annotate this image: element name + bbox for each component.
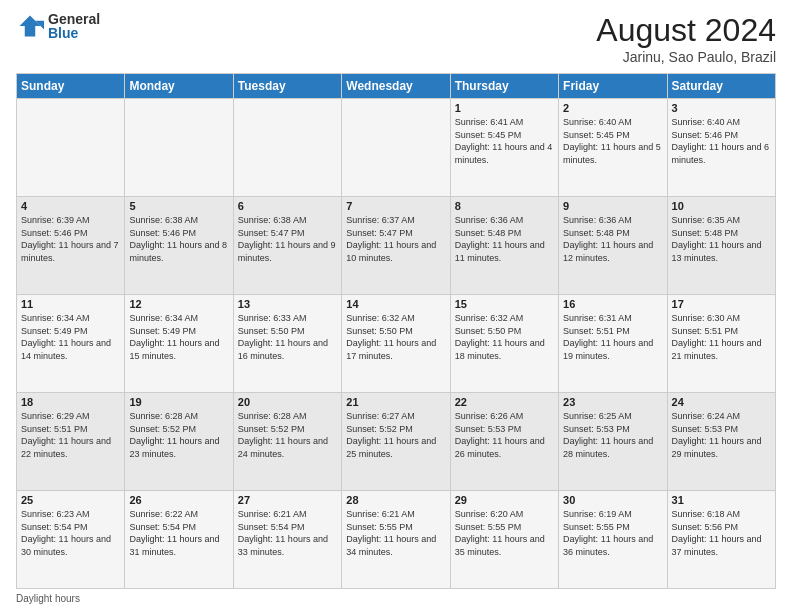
day-number: 19 bbox=[129, 396, 228, 408]
day-info: Sunrise: 6:33 AM Sunset: 5:50 PM Dayligh… bbox=[238, 312, 337, 362]
calendar-cell: 15Sunrise: 6:32 AM Sunset: 5:50 PM Dayli… bbox=[450, 295, 558, 393]
col-thursday: Thursday bbox=[450, 74, 558, 99]
day-number: 11 bbox=[21, 298, 120, 310]
main-title: August 2024 bbox=[596, 12, 776, 49]
calendar-cell: 30Sunrise: 6:19 AM Sunset: 5:55 PM Dayli… bbox=[559, 491, 667, 589]
calendar-cell: 6Sunrise: 6:38 AM Sunset: 5:47 PM Daylig… bbox=[233, 197, 341, 295]
calendar-week-3: 11Sunrise: 6:34 AM Sunset: 5:49 PM Dayli… bbox=[17, 295, 776, 393]
day-info: Sunrise: 6:35 AM Sunset: 5:48 PM Dayligh… bbox=[672, 214, 771, 264]
day-number: 10 bbox=[672, 200, 771, 212]
day-info: Sunrise: 6:22 AM Sunset: 5:54 PM Dayligh… bbox=[129, 508, 228, 558]
calendar-cell bbox=[125, 99, 233, 197]
day-info: Sunrise: 6:38 AM Sunset: 5:47 PM Dayligh… bbox=[238, 214, 337, 264]
svg-marker-0 bbox=[20, 16, 41, 37]
day-info: Sunrise: 6:21 AM Sunset: 5:55 PM Dayligh… bbox=[346, 508, 445, 558]
day-info: Sunrise: 6:25 AM Sunset: 5:53 PM Dayligh… bbox=[563, 410, 662, 460]
calendar-cell: 28Sunrise: 6:21 AM Sunset: 5:55 PM Dayli… bbox=[342, 491, 450, 589]
calendar-cell: 8Sunrise: 6:36 AM Sunset: 5:48 PM Daylig… bbox=[450, 197, 558, 295]
day-number: 14 bbox=[346, 298, 445, 310]
day-info: Sunrise: 6:32 AM Sunset: 5:50 PM Dayligh… bbox=[346, 312, 445, 362]
calendar-cell: 24Sunrise: 6:24 AM Sunset: 5:53 PM Dayli… bbox=[667, 393, 775, 491]
day-number: 31 bbox=[672, 494, 771, 506]
col-monday: Monday bbox=[125, 74, 233, 99]
calendar-cell: 1Sunrise: 6:41 AM Sunset: 5:45 PM Daylig… bbox=[450, 99, 558, 197]
col-saturday: Saturday bbox=[667, 74, 775, 99]
calendar-cell: 12Sunrise: 6:34 AM Sunset: 5:49 PM Dayli… bbox=[125, 295, 233, 393]
calendar-cell: 23Sunrise: 6:25 AM Sunset: 5:53 PM Dayli… bbox=[559, 393, 667, 491]
calendar-cell: 31Sunrise: 6:18 AM Sunset: 5:56 PM Dayli… bbox=[667, 491, 775, 589]
header-row: Sunday Monday Tuesday Wednesday Thursday… bbox=[17, 74, 776, 99]
day-info: Sunrise: 6:31 AM Sunset: 5:51 PM Dayligh… bbox=[563, 312, 662, 362]
calendar-cell: 4Sunrise: 6:39 AM Sunset: 5:46 PM Daylig… bbox=[17, 197, 125, 295]
day-number: 4 bbox=[21, 200, 120, 212]
calendar-cell: 7Sunrise: 6:37 AM Sunset: 5:47 PM Daylig… bbox=[342, 197, 450, 295]
col-friday: Friday bbox=[559, 74, 667, 99]
calendar-cell bbox=[342, 99, 450, 197]
logo: General Blue bbox=[16, 12, 100, 40]
day-number: 5 bbox=[129, 200, 228, 212]
calendar-body: 1Sunrise: 6:41 AM Sunset: 5:45 PM Daylig… bbox=[17, 99, 776, 589]
day-number: 8 bbox=[455, 200, 554, 212]
day-info: Sunrise: 6:21 AM Sunset: 5:54 PM Dayligh… bbox=[238, 508, 337, 558]
subtitle: Jarinu, Sao Paulo, Brazil bbox=[596, 49, 776, 65]
day-number: 6 bbox=[238, 200, 337, 212]
day-number: 1 bbox=[455, 102, 554, 114]
calendar-cell: 17Sunrise: 6:30 AM Sunset: 5:51 PM Dayli… bbox=[667, 295, 775, 393]
day-info: Sunrise: 6:27 AM Sunset: 5:52 PM Dayligh… bbox=[346, 410, 445, 460]
day-number: 26 bbox=[129, 494, 228, 506]
calendar-cell bbox=[17, 99, 125, 197]
logo-text: General Blue bbox=[48, 12, 100, 40]
day-number: 12 bbox=[129, 298, 228, 310]
day-info: Sunrise: 6:36 AM Sunset: 5:48 PM Dayligh… bbox=[455, 214, 554, 264]
calendar-cell: 20Sunrise: 6:28 AM Sunset: 5:52 PM Dayli… bbox=[233, 393, 341, 491]
calendar-cell: 29Sunrise: 6:20 AM Sunset: 5:55 PM Dayli… bbox=[450, 491, 558, 589]
day-info: Sunrise: 6:32 AM Sunset: 5:50 PM Dayligh… bbox=[455, 312, 554, 362]
day-info: Sunrise: 6:41 AM Sunset: 5:45 PM Dayligh… bbox=[455, 116, 554, 166]
calendar-cell: 22Sunrise: 6:26 AM Sunset: 5:53 PM Dayli… bbox=[450, 393, 558, 491]
calendar-week-4: 18Sunrise: 6:29 AM Sunset: 5:51 PM Dayli… bbox=[17, 393, 776, 491]
day-number: 17 bbox=[672, 298, 771, 310]
calendar-cell: 21Sunrise: 6:27 AM Sunset: 5:52 PM Dayli… bbox=[342, 393, 450, 491]
day-info: Sunrise: 6:37 AM Sunset: 5:47 PM Dayligh… bbox=[346, 214, 445, 264]
day-number: 9 bbox=[563, 200, 662, 212]
calendar-cell: 16Sunrise: 6:31 AM Sunset: 5:51 PM Dayli… bbox=[559, 295, 667, 393]
day-info: Sunrise: 6:29 AM Sunset: 5:51 PM Dayligh… bbox=[21, 410, 120, 460]
calendar-week-5: 25Sunrise: 6:23 AM Sunset: 5:54 PM Dayli… bbox=[17, 491, 776, 589]
day-number: 29 bbox=[455, 494, 554, 506]
day-info: Sunrise: 6:39 AM Sunset: 5:46 PM Dayligh… bbox=[21, 214, 120, 264]
day-info: Sunrise: 6:19 AM Sunset: 5:55 PM Dayligh… bbox=[563, 508, 662, 558]
day-number: 7 bbox=[346, 200, 445, 212]
day-number: 27 bbox=[238, 494, 337, 506]
logo-blue-text: Blue bbox=[48, 26, 100, 40]
day-number: 3 bbox=[672, 102, 771, 114]
calendar-week-2: 4Sunrise: 6:39 AM Sunset: 5:46 PM Daylig… bbox=[17, 197, 776, 295]
day-info: Sunrise: 6:23 AM Sunset: 5:54 PM Dayligh… bbox=[21, 508, 120, 558]
day-info: Sunrise: 6:34 AM Sunset: 5:49 PM Dayligh… bbox=[129, 312, 228, 362]
calendar-cell: 3Sunrise: 6:40 AM Sunset: 5:46 PM Daylig… bbox=[667, 99, 775, 197]
day-number: 28 bbox=[346, 494, 445, 506]
day-info: Sunrise: 6:28 AM Sunset: 5:52 PM Dayligh… bbox=[129, 410, 228, 460]
calendar-cell: 18Sunrise: 6:29 AM Sunset: 5:51 PM Dayli… bbox=[17, 393, 125, 491]
day-number: 13 bbox=[238, 298, 337, 310]
day-number: 21 bbox=[346, 396, 445, 408]
day-info: Sunrise: 6:24 AM Sunset: 5:53 PM Dayligh… bbox=[672, 410, 771, 460]
header: General Blue August 2024 Jarinu, Sao Pau… bbox=[16, 12, 776, 65]
col-sunday: Sunday bbox=[17, 74, 125, 99]
day-info: Sunrise: 6:34 AM Sunset: 5:49 PM Dayligh… bbox=[21, 312, 120, 362]
day-number: 20 bbox=[238, 396, 337, 408]
footer-note: Daylight hours bbox=[16, 593, 776, 604]
day-info: Sunrise: 6:18 AM Sunset: 5:56 PM Dayligh… bbox=[672, 508, 771, 558]
calendar-cell: 5Sunrise: 6:38 AM Sunset: 5:46 PM Daylig… bbox=[125, 197, 233, 295]
logo-general-text: General bbox=[48, 12, 100, 26]
day-number: 23 bbox=[563, 396, 662, 408]
calendar-cell: 10Sunrise: 6:35 AM Sunset: 5:48 PM Dayli… bbox=[667, 197, 775, 295]
logo-icon bbox=[16, 12, 44, 40]
day-info: Sunrise: 6:38 AM Sunset: 5:46 PM Dayligh… bbox=[129, 214, 228, 264]
calendar-cell: 9Sunrise: 6:36 AM Sunset: 5:48 PM Daylig… bbox=[559, 197, 667, 295]
day-info: Sunrise: 6:40 AM Sunset: 5:45 PM Dayligh… bbox=[563, 116, 662, 166]
title-block: August 2024 Jarinu, Sao Paulo, Brazil bbox=[596, 12, 776, 65]
day-info: Sunrise: 6:26 AM Sunset: 5:53 PM Dayligh… bbox=[455, 410, 554, 460]
page: General Blue August 2024 Jarinu, Sao Pau… bbox=[0, 0, 792, 612]
calendar-cell: 27Sunrise: 6:21 AM Sunset: 5:54 PM Dayli… bbox=[233, 491, 341, 589]
day-info: Sunrise: 6:30 AM Sunset: 5:51 PM Dayligh… bbox=[672, 312, 771, 362]
